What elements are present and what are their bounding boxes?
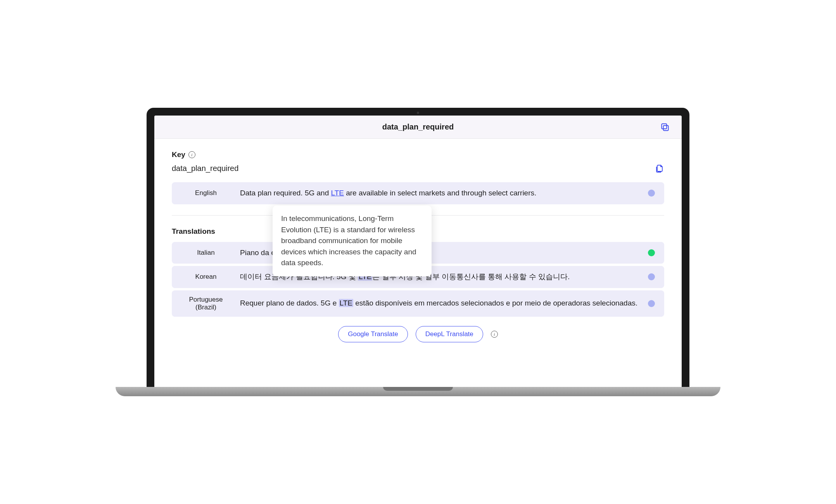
camera-dot [417, 112, 419, 114]
svg-rect-0 [663, 125, 668, 130]
translation-language: Portuguese (Brazil) [179, 296, 233, 311]
svg-rect-1 [662, 124, 667, 129]
key-value: data_plan_required [172, 164, 238, 173]
translation-row-portuguese: Portuguese (Brazil) Requer plano de dado… [172, 290, 664, 317]
deepl-translate-button[interactable]: DeepL Translate [416, 326, 483, 342]
laptop-screen-bezel: data_plan_required Key i data_plan_requi… [147, 108, 689, 387]
source-language: English [179, 189, 233, 197]
laptop-notch [383, 387, 453, 391]
glossary-term-lte[interactable]: LTE [331, 189, 344, 197]
app-header: data_plan_required [154, 116, 682, 139]
highlighted-term: LTE [339, 299, 353, 307]
key-section-header: Key i [172, 150, 664, 159]
source-text[interactable]: Data plan required. 5G and LTE are avail… [240, 188, 639, 199]
app-viewport: data_plan_required Key i data_plan_requi… [154, 116, 682, 387]
content-area: Key i data_plan_required English [154, 139, 682, 354]
key-value-row: data_plan_required [172, 164, 664, 173]
translation-text[interactable]: Requer plano de dados. 5G e LTE estão di… [240, 298, 639, 309]
header-title: data_plan_required [382, 123, 454, 131]
google-translate-button[interactable]: Google Translate [338, 326, 408, 342]
status-dot-pending[interactable] [648, 300, 655, 307]
glossary-tooltip: In telecommunications, Long-Term Evoluti… [273, 205, 432, 276]
translation-language: Italian [179, 249, 233, 257]
translation-language: Korean [179, 273, 233, 281]
info-icon[interactable]: i [491, 331, 498, 338]
laptop-base [116, 387, 720, 396]
info-icon[interactable]: i [188, 151, 195, 158]
tooltip-text: In telecommunications, Long-Term Evoluti… [281, 214, 416, 267]
status-dot-done[interactable] [648, 249, 655, 256]
key-label: Key [172, 150, 185, 159]
laptop-frame: data_plan_required Key i data_plan_requi… [147, 108, 689, 396]
status-dot-pending[interactable] [648, 190, 655, 197]
copy-icon[interactable] [660, 122, 670, 132]
source-row: English Data plan required. 5G and LTE a… [172, 182, 664, 204]
status-dot-pending[interactable] [648, 273, 655, 280]
copy-documents-icon[interactable] [655, 164, 664, 173]
footer-buttons: Google Translate DeepL Translate i [172, 326, 664, 342]
